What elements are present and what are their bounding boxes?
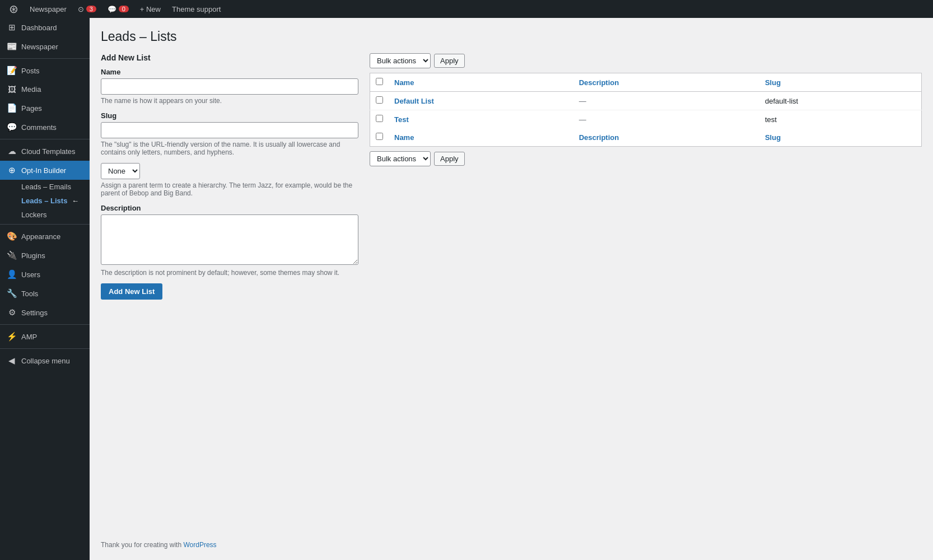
sidebar-item-plugins[interactable]: 🔌 Plugins (0, 246, 90, 265)
page-title: Leads – Lists (101, 29, 922, 44)
sidebar-label-plugins: Plugins (21, 251, 45, 260)
select-all-checkbox-top[interactable] (376, 78, 383, 85)
sidebar-item-pages[interactable]: 📄 Pages (0, 99, 90, 118)
bell-icon: ⊙ (78, 5, 84, 13)
sidebar: ⊞ Dashboard 📰 Newspaper 📝 Posts 🖼 Media … (0, 18, 90, 560)
sidebar-item-comments[interactable]: 💬 Comments (0, 118, 90, 137)
footer-wp-link[interactable]: WordPress (183, 541, 216, 549)
sidebar-sub-label-lockers: Lockers (21, 211, 47, 219)
th-slug: Slug (759, 73, 922, 92)
site-name-label: Newspaper (30, 5, 67, 13)
name-label: Name (101, 68, 358, 76)
row-checkbox-cell (370, 92, 389, 110)
sidebar-item-collapse-menu[interactable]: ◀ Collapse menu (0, 351, 90, 370)
sidebar-sub-leads-lists[interactable]: Leads – Lists ← (0, 194, 90, 208)
row-name-cell: Default List (389, 92, 573, 110)
tf-name: Name (389, 128, 573, 147)
comments-count: 0 (119, 6, 129, 12)
form-section-title: Add New List (101, 53, 358, 62)
sidebar-label-collapse: Collapse menu (21, 357, 70, 365)
sidebar-label-appearance: Appearance (21, 232, 60, 241)
posts-icon: 📝 (7, 66, 17, 76)
data-table: Name Description Slug (370, 73, 922, 147)
sidebar-sub-leads-emails[interactable]: Leads – Emails (0, 180, 90, 194)
row-checkbox[interactable] (376, 96, 383, 104)
add-new-list-button[interactable]: Add New List (101, 283, 162, 300)
sidebar-item-opt-in-builder[interactable]: ⊕ Opt-In Builder (0, 161, 90, 180)
tf-checkbox (370, 128, 389, 147)
bulk-actions-select-top[interactable]: Bulk actions (370, 53, 431, 68)
name-group: Name The name is how it appears on your … (101, 68, 358, 105)
row-checkbox[interactable] (376, 115, 383, 122)
tf-slug: Slug (759, 128, 922, 147)
site-name-item[interactable]: Newspaper (25, 0, 71, 18)
row-slug-cell: default-list (759, 92, 922, 110)
row-description-cell: — (573, 110, 759, 129)
description-textarea[interactable] (101, 214, 358, 265)
cloud-icon: ☁ (7, 146, 17, 156)
row-checkbox-cell (370, 110, 389, 129)
bulk-actions-select-bottom[interactable]: Bulk actions (370, 151, 431, 166)
row-name-link[interactable]: Test (394, 115, 409, 124)
sidebar-item-settings[interactable]: ⚙ Settings (0, 303, 90, 322)
sidebar-label-newspaper: Newspaper (21, 43, 58, 51)
sidebar-item-media[interactable]: 🖼 Media (0, 80, 90, 99)
table-row: Test — test (370, 110, 922, 129)
new-item[interactable]: + New (136, 0, 165, 18)
th-description: Description (573, 73, 759, 92)
sidebar-item-posts[interactable]: 📝 Posts (0, 61, 90, 80)
theme-support-label: Theme support (172, 5, 221, 13)
th-name: Name (389, 73, 573, 92)
row-name-link[interactable]: Default List (394, 97, 434, 105)
users-icon: 👤 (7, 269, 17, 279)
apply-button-bottom[interactable]: Apply (434, 152, 465, 166)
comments-item[interactable]: 💬 0 (103, 0, 133, 18)
slug-label: Slug (101, 111, 358, 120)
pages-icon: 📄 (7, 103, 17, 113)
sidebar-item-appearance[interactable]: 🎨 Appearance (0, 227, 90, 246)
select-all-checkbox-bottom[interactable] (376, 133, 383, 140)
form-panel: Add New List Name The name is how it app… (101, 53, 358, 530)
notifications-item[interactable]: ⊙ 3 (73, 0, 101, 18)
sidebar-label-tools: Tools (21, 290, 38, 298)
slug-input[interactable] (101, 122, 358, 138)
table-panel: Bulk actions Apply Name (370, 53, 922, 530)
wp-logo-icon: ⊛ (9, 2, 18, 16)
settings-icon: ⚙ (7, 307, 17, 318)
sidebar-label-pages: Pages (21, 104, 42, 113)
sidebar-item-tools[interactable]: 🔧 Tools (0, 284, 90, 303)
parent-group: None Assign a parent term to create a hi… (101, 163, 358, 197)
name-input[interactable] (101, 78, 358, 95)
row-name-cell: Test (389, 110, 573, 129)
row-slug-cell: test (759, 110, 922, 129)
amp-icon: ⚡ (7, 332, 17, 342)
media-icon: 🖼 (7, 85, 17, 94)
theme-support-item[interactable]: Theme support (167, 0, 225, 18)
sidebar-label-cloud-templates: Cloud Templates (21, 147, 76, 156)
table-row: Default List — default-list (370, 92, 922, 110)
sidebar-sub-lockers[interactable]: Lockers (0, 208, 90, 222)
parent-hint: Assign a parent term to create a hierarc… (101, 181, 358, 197)
sidebar-item-newspaper[interactable]: 📰 Newspaper (0, 37, 90, 56)
sidebar-label-opt-in-builder: Opt-In Builder (21, 166, 66, 175)
tf-description: Description (573, 128, 759, 147)
notifications-count: 3 (86, 6, 96, 12)
table-footer-row: Name Description Slug (370, 128, 922, 147)
comments-icon: 💬 (7, 122, 17, 132)
row-description-cell: — (573, 92, 759, 110)
comment-icon: 💬 (108, 5, 116, 13)
sidebar-label-posts: Posts (21, 67, 40, 75)
parent-select[interactable]: None (101, 163, 140, 179)
sidebar-item-dashboard[interactable]: ⊞ Dashboard (0, 18, 90, 37)
apply-button-top[interactable]: Apply (434, 54, 465, 68)
sidebar-label-media: Media (21, 85, 41, 94)
description-hint: The description is not prominent by defa… (101, 269, 358, 277)
sidebar-item-amp[interactable]: ⚡ AMP (0, 327, 90, 346)
wp-logo-item[interactable]: ⊛ (4, 0, 23, 18)
sidebar-item-cloud-templates[interactable]: ☁ Cloud Templates (0, 142, 90, 161)
sidebar-label-amp: AMP (21, 333, 37, 341)
newspaper-icon: 📰 (7, 41, 17, 52)
sidebar-item-users[interactable]: 👤 Users (0, 265, 90, 284)
description-label: Description (101, 204, 358, 212)
optin-icon: ⊕ (7, 165, 17, 175)
